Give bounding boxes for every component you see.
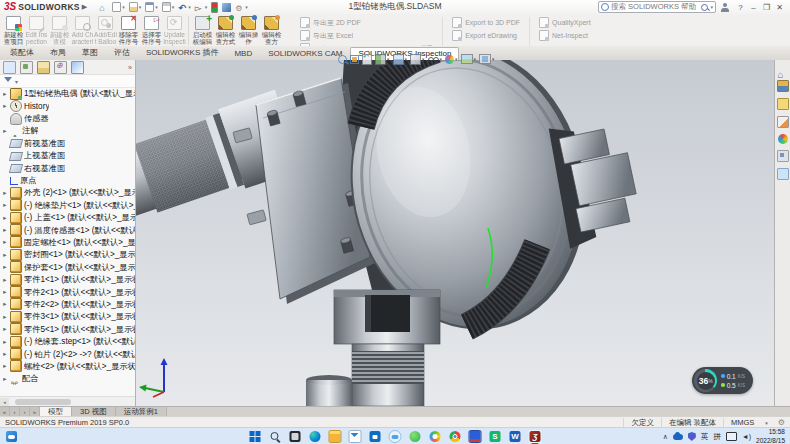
expand-icon[interactable]: ▸ <box>2 189 8 197</box>
tree-item[interactable]: 右视基准面 <box>0 162 135 174</box>
solidworks-resources-tab[interactable] <box>778 64 788 74</box>
hide-show-items-button[interactable]: ▾ <box>428 56 443 63</box>
custom-properties-tab[interactable] <box>777 150 789 162</box>
tree-item[interactable]: ▸History <box>0 100 135 112</box>
search-caret-icon[interactable]: ▾ <box>710 4 713 10</box>
export-menu-item[interactable]: QualityXpert <box>539 17 591 28</box>
tree-item[interactable]: 原点 <box>0 174 135 186</box>
zoom-area-button[interactable] <box>350 55 359 64</box>
save-button[interactable]: ▾ <box>145 2 158 12</box>
expand-icon[interactable]: ▸ <box>2 325 8 333</box>
print-button[interactable]: ▾ <box>162 2 175 12</box>
new-inspection-project-button[interactable]: 新建检查项目 (amp;M) <box>2 14 25 47</box>
notes-green-taskbar-button[interactable] <box>489 430 502 443</box>
panel-tabs-overflow-icon[interactable]: » <box>128 64 132 71</box>
expand-icon[interactable]: ▸ <box>2 251 8 259</box>
ribbon-tab[interactable]: 草图 <box>74 45 106 60</box>
units-caret-icon[interactable]: ▾ <box>761 420 772 426</box>
status-options-icon[interactable]: ⚙ <box>772 418 785 427</box>
ime-mode[interactable]: 拼 <box>713 432 721 442</box>
export-menu-item[interactable]: Net-Inspect <box>539 30 591 41</box>
export-menu-item[interactable]: Export eDrawing <box>452 30 520 41</box>
tree-item[interactable]: ▸外壳 (2)<1> (默认<<默认>_显示状 <box>0 187 135 199</box>
expand-icon[interactable]: ▸ <box>2 350 8 358</box>
expand-icon[interactable]: ▸ <box>2 102 8 110</box>
browser-green-taskbar-button[interactable] <box>409 430 422 443</box>
tree-item[interactable]: ▸零件5<1> (默认<<默认>_显示状态 <box>0 323 135 335</box>
restore-button[interactable]: ❐ <box>760 3 773 12</box>
tree-item[interactable]: ▸(-) 上盖<1> (默认<<默认>_显示状 <box>0 212 135 224</box>
volume-icon[interactable]: ◄) <box>742 433 751 440</box>
expand-icon[interactable]: ▸ <box>2 238 8 246</box>
tree-item[interactable]: 传感器 <box>0 112 135 124</box>
expand-icon[interactable]: ▸ <box>2 214 8 222</box>
expand-icon[interactable]: ▸ <box>2 201 8 209</box>
widgets-icon[interactable] <box>6 431 17 442</box>
undo-button[interactable]: ▾ <box>178 3 191 12</box>
solidworks-taskbar-button[interactable] <box>529 430 542 443</box>
expand-icon[interactable]: ▸ <box>2 300 8 308</box>
view-palette-tab[interactable] <box>777 116 789 128</box>
expand-icon[interactable]: ▸ <box>2 127 8 135</box>
display-icon[interactable] <box>726 432 737 441</box>
tree-item[interactable]: 上视基准面 <box>0 150 135 162</box>
tree-item[interactable]: ▸保护套<1> (默认<<默认>_显示状 <box>0 261 135 273</box>
tray-expand-icon[interactable]: ∧ <box>663 433 668 441</box>
apply-scene-button[interactable]: ▾ <box>461 54 477 64</box>
zoom-fit-button[interactable] <box>338 55 347 64</box>
rebuild-button[interactable] <box>211 2 218 13</box>
configurationmanager-tab[interactable] <box>37 61 50 74</box>
tree-item[interactable]: ▸固定螺栓<1> (默认<<默认>_显示 <box>0 236 135 248</box>
export-menu-item[interactable]: 导出至 Excel <box>300 30 433 41</box>
section-view-button[interactable]: ▾ <box>375 54 390 65</box>
edit-appearance-button[interactable]: ▾ <box>445 55 458 64</box>
ribbon-tab[interactable]: 装配体 <box>2 45 42 60</box>
ribbon-tab[interactable]: 评估 <box>106 45 138 60</box>
launch-template-editor-button[interactable]: 启动模板编辑器 <box>191 14 214 47</box>
tree-item[interactable]: ▸零件1<1> (默认<<默认>_显示状态 <box>0 273 135 285</box>
tree-item[interactable]: ▸零件2<1> (默认<<默认>_显示状态 <box>0 286 135 298</box>
defender-icon[interactable] <box>688 432 696 441</box>
edit-inspection-mode-button[interactable]: 编辑检查方 <box>260 14 283 47</box>
dictionary-taskbar-button[interactable] <box>469 430 482 443</box>
search-icon[interactable] <box>701 4 708 11</box>
display-style-button[interactable]: ▾ <box>410 54 425 65</box>
remove-balloons-button[interactable]: 移除零件序号 <box>117 14 140 47</box>
export-menu-item[interactable]: Export to 3D PDF <box>452 17 520 28</box>
graphics-area[interactable]: 36% 0.1K/S 0.5K/S <box>136 60 775 406</box>
taskbar-clock[interactable]: 15:58 2022/8/15 <box>756 428 785 444</box>
select-button[interactable]: ▾ <box>195 3 208 12</box>
word-taskbar-button[interactable] <box>509 430 522 443</box>
expand-icon[interactable]: ▸ <box>2 90 8 98</box>
appearances-scenes-tab[interactable] <box>778 134 788 144</box>
help-search-box[interactable]: 搜索 SOLIDWORKS 帮助 ▾ <box>598 1 716 13</box>
start-taskbar-button[interactable] <box>249 430 262 443</box>
tree-item[interactable]: ▸(-) 铂片 (2)<2> ->? (默认<<默认> <box>0 348 135 360</box>
home-button[interactable] <box>99 3 108 12</box>
tree-root[interactable]: ▸1型铂铑热电偶 (默认<默认_显示状态-1 <box>0 87 135 100</box>
design-library-tab[interactable] <box>777 80 789 92</box>
chrome-taskbar-button[interactable] <box>449 430 462 443</box>
assembly-model[interactable] <box>136 60 775 406</box>
user-account-icon[interactable] <box>721 3 729 12</box>
options-button[interactable]: ▾ <box>235 3 248 12</box>
onedrive-icon[interactable] <box>673 434 683 440</box>
open-button[interactable]: ▾ <box>129 2 142 12</box>
expand-icon[interactable]: ▸ <box>2 375 8 383</box>
expand-icon[interactable]: ▸ <box>2 362 8 370</box>
close-button[interactable]: ✕ <box>773 3 786 12</box>
edit-inspection-method-button[interactable]: 编辑检查方式 <box>214 14 237 47</box>
tree-item[interactable]: ▸零件2<2> (默认<<默认>_显示状态 <box>0 298 135 310</box>
scroll-left-icon[interactable]: ◂ <box>0 398 9 406</box>
edit-operation-button[interactable]: 编辑操作 <box>237 14 260 47</box>
featuremanager-tab[interactable] <box>3 61 16 74</box>
tree-item[interactable]: ▸密封圈<1> (默认<<默认>_显示状 <box>0 249 135 261</box>
tree-item[interactable]: ▸(-) 绝缘套.step<1> (默认<<默认> <box>0 335 135 347</box>
ribbon-tab[interactable]: MBD <box>226 47 260 60</box>
cloud-app-taskbar-button[interactable] <box>389 430 402 443</box>
tree-item[interactable]: ▸零件3<1> (默认<<默认>_显示状态 <box>0 311 135 323</box>
expand-icon[interactable]: ▸ <box>2 288 8 296</box>
search-taskbar-button[interactable] <box>269 430 282 443</box>
panel-hscrollbar[interactable]: ◂ <box>0 396 135 406</box>
expand-icon[interactable]: ▸ <box>2 338 8 346</box>
